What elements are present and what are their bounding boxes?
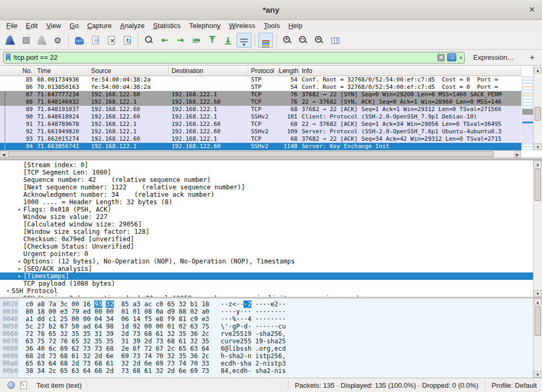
zoom-out-button[interactable] [296, 33, 311, 48]
go-forward-button[interactable] [173, 33, 188, 48]
column-header-no[interactable]: No. [0, 66, 34, 76]
scroll-left-icon[interactable]: ◀ [0, 151, 7, 158]
packet-row[interactable]: 8568.001734936fe:54:00:d4:38:2aSTP54Conf… [0, 76, 521, 84]
detail-row[interactable]: ▸[SEQ/ACK analysis] [0, 265, 533, 272]
column-header-info[interactable]: Info [299, 66, 521, 76]
menu-tools[interactable]: Tools [259, 21, 284, 30]
reload-file-button[interactable] [120, 33, 134, 48]
menu-wireless[interactable]: Wireless [225, 21, 260, 30]
hex-row[interactable]: 00a0 65 63 64 68 2d 73 68 61 32 2d 6e 69… [0, 360, 533, 367]
zoom-in-button[interactable] [280, 33, 295, 48]
detail-row[interactable]: ▾SSH Protocol [0, 287, 533, 295]
scrollbar-thumb[interactable] [535, 168, 541, 201]
scrollbar-thumb[interactable] [8, 151, 494, 157]
menu-telephony[interactable]: Telephony [185, 21, 224, 30]
hex-row[interactable]: 0030 80 18 00 e3 79 ed 00 00 01 01 08 0a… [0, 308, 533, 315]
auto-scroll-button[interactable] [237, 33, 251, 48]
filter-dropdown-icon[interactable]: ▾ [459, 55, 462, 60]
column-header-protocol[interactable]: Protocol [248, 66, 279, 76]
expand-arrow-icon[interactable]: ▸ [16, 265, 23, 272]
scroll-down-icon[interactable]: ▼ [534, 143, 542, 150]
capture-options-button[interactable] [50, 33, 65, 48]
detail-row[interactable]: ▸Options: (12 bytes), No-Operation (NOP)… [0, 258, 533, 265]
add-filter-button[interactable]: + [530, 53, 535, 62]
detail-row[interactable]: Urgent pointer: 0 [0, 250, 533, 258]
scroll-down-icon[interactable]: ▼ [534, 290, 542, 297]
packet-row[interactable]: 8771.647777234192.168.122.60192.168.122.… [0, 91, 521, 98]
scroll-up-icon[interactable]: ▲ [534, 67, 542, 74]
filter-clear-icon[interactable]: ✕ [437, 54, 445, 61]
menu-edit[interactable]: Edit [22, 21, 42, 30]
menu-file[interactable]: File [2, 21, 22, 30]
hex-row[interactable]: 0090 68 2d 73 68 61 32 2d 6e 69 73 74 70… [0, 352, 533, 360]
intelligent-scrollbar-minimap[interactable] [522, 76, 533, 150]
detail-row[interactable]: Checksum: 0x79ed [unverified] [0, 235, 533, 243]
scroll-down-icon[interactable]: ▼ [534, 371, 542, 378]
menu-analyze[interactable]: Analyze [116, 21, 149, 30]
packet-row[interactable]: 9071.648618924192.168.122.60192.168.122.… [0, 113, 521, 121]
packet-row[interactable]: 9271.661949820192.168.122.1192.168.122.6… [0, 128, 521, 135]
detail-row[interactable]: ▸SSH Version 2 (encryption:chacha20-poly… [0, 295, 533, 297]
expert-info-icon[interactable] [7, 381, 15, 389]
expand-arrow-icon[interactable]: ▸ [16, 295, 23, 297]
hex-row[interactable]: 0020 c0 a8 7a 3c 00 16 93 32 85 a3 ac c0… [0, 300, 533, 308]
hex-row[interactable]: 0080 36 40 6c 69 62 73 73 68 2e 6f 72 67… [0, 345, 533, 352]
detail-row[interactable]: [Calculated window size: 29056] [0, 221, 533, 228]
packet-row[interactable]: 9171.648789678192.168.122.1192.168.122.6… [0, 121, 521, 128]
hex-row[interactable]: 0070 63 75 72 76 65 32 35 35 31 39 2d 73… [0, 338, 533, 345]
packet-row[interactable]: 9471.663856741192.168.122.1192.168.122.6… [0, 143, 521, 150]
scroll-up-icon[interactable]: ▲ [534, 160, 542, 167]
column-header-source[interactable]: Source [88, 66, 169, 76]
expression-button[interactable]: Expression… [473, 53, 514, 61]
colorize-button[interactable] [258, 33, 273, 48]
packet-row[interactable]: 8670.013850163fe:54:00:d4:38:2aSTP54Conf… [0, 84, 521, 91]
detail-row[interactable]: Sequence number: 42 (relative sequence n… [0, 176, 533, 184]
scrollbar-thumb[interactable] [535, 306, 541, 336]
hex-row[interactable]: 0050 5c 27 b2 67 50 ad 64 98 1d 92 00 00… [0, 323, 533, 330]
go-to-packet-button[interactable] [189, 33, 204, 48]
detail-row[interactable]: [Checksum Status: Unverified] [0, 243, 533, 250]
detail-row[interactable]: Window size value: 227 [0, 213, 533, 221]
packet-row[interactable]: 8971.648191037192.168.122.60192.168.122.… [0, 106, 521, 113]
scroll-right-icon[interactable]: ▶ [514, 151, 521, 158]
save-file-button[interactable] [88, 33, 103, 48]
hex-vertical-scrollbar[interactable]: ▲ ▼ [533, 298, 542, 378]
display-filter-field[interactable]: ✕ → ▾ [3, 52, 465, 63]
packet-list-vertical-scrollbar[interactable]: ▲ ▼ [533, 67, 542, 150]
packet-row[interactable]: 8871.648146932192.168.122.1192.168.122.6… [0, 98, 521, 106]
menu-capture[interactable]: Capture [83, 21, 116, 30]
detail-row[interactable]: Acknowledgment number: 34 (relative ack … [0, 191, 533, 198]
go-last-button[interactable] [221, 33, 236, 48]
column-header-time[interactable]: Time [34, 66, 88, 76]
detail-row[interactable]: 1000 .... = Header Length: 32 bytes (8) [0, 198, 533, 206]
menu-help[interactable]: Help [284, 21, 307, 30]
details-vertical-scrollbar[interactable]: ▲ ▼ [533, 160, 542, 297]
expand-arrow-icon[interactable]: ▸ [16, 258, 23, 265]
capture-comment-icon[interactable] [20, 381, 27, 389]
hex-row[interactable]: 0040 a1 dd c1 25 00 00 04 34 06 14 f5 e8… [0, 315, 533, 323]
find-packet-button[interactable] [141, 33, 156, 48]
menu-statistics[interactable]: Statistics [149, 21, 185, 30]
expand-arrow-icon[interactable]: ▸ [16, 206, 23, 213]
restart-capture-button[interactable] [34, 33, 49, 48]
filter-bookmark-icon[interactable] [6, 53, 11, 61]
scroll-up-icon[interactable]: ▲ [534, 298, 542, 305]
filter-apply-icon[interactable]: → [447, 53, 456, 61]
hex-row[interactable]: 00b0 38 34 2c 65 63 64 68 2d 73 68 61 32… [0, 367, 533, 375]
open-file-button[interactable] [72, 33, 87, 48]
detail-row[interactable]: [Stream index: 0] [0, 161, 533, 169]
scrollbar-thumb[interactable] [535, 107, 541, 121]
profile-label[interactable]: Profile: Default [492, 381, 537, 389]
close-file-button[interactable] [104, 33, 119, 48]
stop-capture-button[interactable] [19, 33, 33, 48]
resize-columns-button[interactable] [328, 33, 342, 48]
collapse-arrow-icon[interactable]: ▾ [4, 287, 12, 295]
expand-arrow-icon[interactable]: ▸ [16, 272, 23, 280]
column-header-length[interactable]: Length [279, 66, 299, 76]
menu-view[interactable]: View [42, 21, 65, 30]
zoom-reset-button[interactable] [312, 33, 327, 48]
menu-go[interactable]: Go [65, 21, 83, 30]
column-header-destination[interactable]: Destination [169, 66, 248, 76]
packet-row[interactable]: 9371.662015274192.168.122.60192.168.122.… [0, 135, 521, 143]
go-back-button[interactable] [157, 33, 172, 48]
